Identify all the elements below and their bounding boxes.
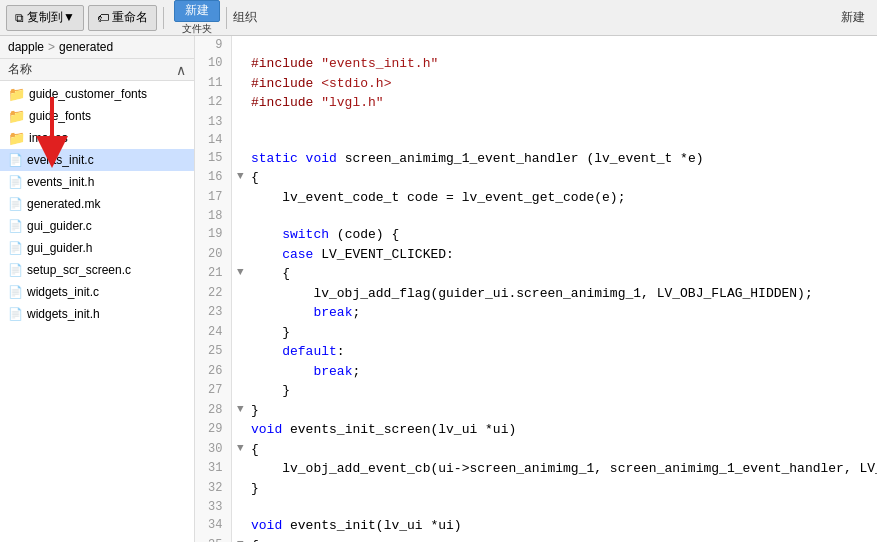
line-number: 11 — [195, 74, 231, 94]
new-section: 新建 文件夹 — [174, 0, 220, 36]
table-row: 9 — [195, 36, 877, 54]
breadcrumb-root[interactable]: dapple — [8, 40, 44, 54]
line-gutter[interactable] — [231, 188, 247, 208]
table-row: 27 } — [195, 381, 877, 401]
line-number: 23 — [195, 303, 231, 323]
table-row: 15static void screen_animimg_1_event_han… — [195, 149, 877, 169]
line-content: { — [247, 264, 877, 284]
file-list: 📁guide_customer_fonts📁guide_fonts📁images… — [0, 81, 194, 327]
table-row: 21▼ { — [195, 264, 877, 284]
line-gutter[interactable] — [231, 207, 247, 225]
sidebar-item-label: images — [29, 131, 68, 145]
line-gutter[interactable]: ▼ — [231, 264, 247, 284]
line-gutter[interactable] — [231, 131, 247, 149]
copy-icon: ⧉ — [15, 11, 24, 25]
code-editor[interactable]: 910#include "events_init.h"11#include <s… — [195, 36, 877, 542]
line-gutter[interactable] — [231, 362, 247, 382]
sidebar-item-label: guide_customer_fonts — [29, 87, 147, 101]
file-icon: 📄 — [8, 219, 23, 233]
line-number: 18 — [195, 207, 231, 225]
line-content: #include "events_init.h" — [247, 54, 877, 74]
sidebar-item-guide_fonts[interactable]: 📁guide_fonts — [0, 105, 194, 127]
line-content: break; — [247, 303, 877, 323]
line-number: 20 — [195, 245, 231, 265]
line-number: 13 — [195, 113, 231, 131]
line-gutter[interactable] — [231, 93, 247, 113]
sidebar-item-gui_guider_h[interactable]: 📄gui_guider.h — [0, 237, 194, 259]
file-icon: 📄 — [8, 175, 23, 189]
line-content: void events_init_screen(lv_ui *ui) — [247, 420, 877, 440]
new-file-button[interactable]: 新建 — [174, 0, 220, 22]
line-gutter[interactable]: ▼ — [231, 401, 247, 421]
rename-button[interactable]: 🏷 重命名 — [88, 5, 157, 31]
line-gutter[interactable]: ▼ — [231, 168, 247, 188]
line-gutter[interactable] — [231, 516, 247, 536]
main-area: dapple > generated 名称 ∧ 📁guide_customer_… — [0, 36, 877, 542]
line-gutter[interactable] — [231, 284, 247, 304]
line-gutter[interactable] — [231, 381, 247, 401]
line-content: #include <stdio.h> — [247, 74, 877, 94]
line-number: 15 — [195, 149, 231, 169]
line-number: 33 — [195, 498, 231, 516]
sidebar-item-images[interactable]: 📁images — [0, 127, 194, 149]
line-gutter[interactable] — [231, 225, 247, 245]
rename-icon: 🏷 — [97, 11, 109, 25]
line-number: 29 — [195, 420, 231, 440]
sidebar-item-generated_mk[interactable]: 📄generated.mk — [0, 193, 194, 215]
line-number: 22 — [195, 284, 231, 304]
table-row: 35▼{ — [195, 536, 877, 543]
line-content — [247, 113, 877, 131]
file-icon: 📄 — [8, 307, 23, 321]
sidebar-item-label: events_init.c — [27, 153, 94, 167]
line-number: 30 — [195, 440, 231, 460]
line-number: 17 — [195, 188, 231, 208]
table-row: 10#include "events_init.h" — [195, 54, 877, 74]
line-gutter[interactable]: ▼ — [231, 440, 247, 460]
line-content — [247, 36, 877, 54]
table-row: 19 switch (code) { — [195, 225, 877, 245]
file-icon: 📄 — [8, 285, 23, 299]
line-gutter[interactable] — [231, 245, 247, 265]
line-gutter[interactable] — [231, 498, 247, 516]
breadcrumb-current[interactable]: generated — [59, 40, 113, 54]
line-gutter[interactable] — [231, 36, 247, 54]
table-row: 24 } — [195, 323, 877, 343]
sidebar-item-widgets_init_c[interactable]: 📄widgets_init.c — [0, 281, 194, 303]
file-icon: 📄 — [8, 263, 23, 277]
toolbar-divider-2 — [226, 7, 227, 29]
sidebar-item-label: gui_guider.h — [27, 241, 92, 255]
line-gutter[interactable] — [231, 149, 247, 169]
sidebar-item-label: gui_guider.c — [27, 219, 92, 233]
table-row: 29void events_init_screen(lv_ui *ui) — [195, 420, 877, 440]
folder-icon: 📁 — [8, 108, 25, 124]
sidebar-item-guide_customer_fonts[interactable]: 📁guide_customer_fonts — [0, 83, 194, 105]
line-gutter[interactable] — [231, 459, 247, 479]
sidebar: dapple > generated 名称 ∧ 📁guide_customer_… — [0, 36, 195, 542]
column-name-label: 名称 — [8, 61, 32, 78]
sidebar-item-events_init_h[interactable]: 📄events_init.h — [0, 171, 194, 193]
line-number: 24 — [195, 323, 231, 343]
line-content: { — [247, 536, 877, 543]
line-gutter[interactable] — [231, 113, 247, 131]
sidebar-item-gui_guider_c[interactable]: 📄gui_guider.c — [0, 215, 194, 237]
sidebar-item-events_init_c[interactable]: 📄events_init.c — [0, 149, 194, 171]
table-row: 25 default: — [195, 342, 877, 362]
line-content: void events_init(lv_ui *ui) — [247, 516, 877, 536]
line-gutter[interactable] — [231, 303, 247, 323]
line-gutter[interactable] — [231, 479, 247, 499]
line-gutter[interactable] — [231, 342, 247, 362]
line-gutter[interactable] — [231, 323, 247, 343]
line-gutter[interactable] — [231, 54, 247, 74]
sidebar-toggle-icon[interactable]: ∧ — [176, 62, 186, 78]
file-icon: 📄 — [8, 197, 23, 211]
sidebar-item-setup_scr_screen_c[interactable]: 📄setup_scr_screen.c — [0, 259, 194, 281]
line-gutter[interactable] — [231, 420, 247, 440]
breadcrumb: dapple > generated — [0, 36, 194, 59]
copy-to-button[interactable]: ⧉ 复制到▼ — [6, 5, 84, 31]
line-number: 27 — [195, 381, 231, 401]
sidebar-item-label: widgets_init.c — [27, 285, 99, 299]
line-gutter[interactable] — [231, 74, 247, 94]
table-row: 13 — [195, 113, 877, 131]
line-gutter[interactable]: ▼ — [231, 536, 247, 543]
sidebar-item-widgets_init_h[interactable]: 📄widgets_init.h — [0, 303, 194, 325]
